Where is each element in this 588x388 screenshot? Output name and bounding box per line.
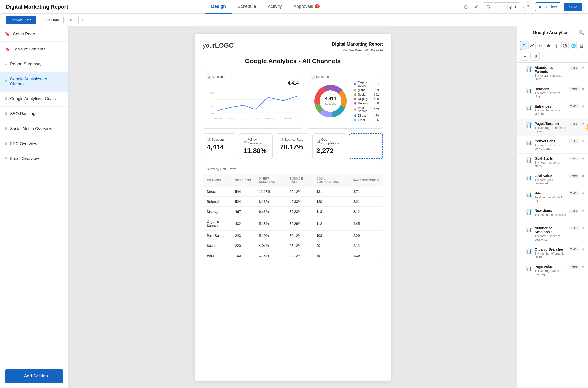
widget-entrances: ⠿ 📊 Entrances The number of time visitor… — [517, 101, 588, 119]
sidebar-item-all-channels[interactable]: ⠿ Google Analytics - All Channels — [0, 72, 68, 92]
widget-hash-button[interactable]: # — [582, 247, 584, 252]
sidebar-item-email[interactable]: ⠿ Email Overview — [0, 151, 68, 166]
table-row: Direct54412.18%56.12%1313.71 — [203, 187, 383, 197]
widget-list: ⠿ 📊 Abandoned Funnels The overall number… — [517, 63, 588, 388]
drag-icon[interactable]: ⠿ — [521, 265, 524, 269]
widget-type-map[interactable]: 🌐 — [570, 41, 577, 50]
sidebar-item-toc[interactable]: 🔖 Table of Contents — [0, 42, 68, 57]
widget-info: Organic Searches The number of organic s… — [535, 247, 566, 259]
svg-text:May 2022: May 2022 — [266, 118, 275, 120]
widget-new-users: ⠿ 📊 New Users The number of sessions m..… — [517, 206, 588, 223]
tab-approvals[interactable]: Approvals 3 — [288, 0, 326, 14]
drag-icon[interactable]: ⠿ — [521, 140, 524, 144]
sidebar-item-goals[interactable]: ⠿ Google Analytics - Goals — [0, 92, 68, 107]
drag-icon[interactable]: ⠿ — [521, 227, 524, 230]
widget-type-line[interactable] — [528, 41, 536, 50]
widget-hash-button[interactable]: # — [582, 122, 584, 126]
add-section-button[interactable]: + Add Section — [5, 369, 63, 383]
drag-icon[interactable]: ⠿ — [521, 122, 524, 126]
col-new-sessions: %NEW SESSIONS — [255, 174, 286, 187]
widget-info: Goal Value The total value generated — [535, 174, 566, 185]
widget-conversions: ⠿ 📊 Conversions The total number of conv… — [517, 136, 588, 154]
close-button[interactable]: ✕ — [473, 2, 480, 11]
svg-text:Mar 2022: Mar 2022 — [240, 118, 248, 120]
widget-hash-button[interactable]: # — [582, 191, 584, 196]
app-title: Digital Marketing Report — [6, 4, 68, 10]
date-range-button[interactable]: 📅 Last 30 days ▾ — [483, 2, 520, 11]
line-chart-label: 📊 Sessions — [207, 75, 299, 79]
widget-type-area[interactable] — [537, 41, 544, 50]
widget-hash-button[interactable]: # — [582, 265, 584, 269]
sidebar-item-seo[interactable]: ⠿ SEO Rankings — [0, 107, 68, 121]
sidebar-item-cover[interactable]: 🔖 Cover Page — [0, 26, 68, 42]
drag-handle-icon: ⠿ — [5, 97, 7, 101]
widget-hash-button[interactable]: # — [582, 139, 584, 144]
play-icon: ▶ — [539, 5, 542, 9]
preview-button[interactable]: ▶ Preview — [535, 2, 561, 11]
table-row: Paid Search2435.10%30.12%1082.29 — [203, 231, 383, 241]
svg-text:1,500: 1,500 — [209, 98, 214, 101]
approvals-badge: 3 — [315, 4, 320, 8]
chart-icon: 📊 — [526, 122, 532, 128]
drag-handle-icon: ⠿ — [5, 142, 7, 146]
report-info: Digital Marketing Report Jan 01, 2022 - … — [332, 42, 383, 51]
drag-handle-icon: ⠿ — [5, 112, 7, 116]
tab-design[interactable]: Design — [205, 0, 232, 14]
tab-activity[interactable]: Activity — [262, 0, 288, 14]
widget-type-pie[interactable] — [561, 41, 569, 50]
stat-new-sessions: 📊 %New Sessions 11.80% — [239, 133, 273, 159]
share-button[interactable]: ⬡ — [463, 2, 470, 11]
col-pages-session: PAGES/SESSION — [349, 174, 383, 187]
widget-type-bar[interactable] — [545, 41, 552, 50]
drag-icon[interactable]: ⠿ — [521, 192, 524, 196]
panel-back-button[interactable]: ‹ — [521, 30, 523, 35]
drag-icon[interactable]: ⠿ — [521, 174, 524, 178]
col-sessions: SESSIONS — [231, 174, 255, 187]
widget-type-heatmap[interactable]: ▦ — [578, 41, 585, 50]
drag-handle-icon: ⠿ — [5, 80, 7, 83]
widget-bounces: ⠿ 📊 Bounces The total number of single..… — [517, 84, 588, 101]
svg-rect-24 — [547, 45, 548, 47]
drag-icon[interactable]: ⠿ — [521, 105, 524, 109]
widget-info: Bounces The total number of single.. — [535, 87, 566, 98]
widget-hash-button[interactable]: # — [582, 66, 584, 70]
help-button[interactable]: ? — [523, 2, 532, 11]
chart-icon: 📊 — [526, 174, 532, 180]
top-bar-right: ⬡ ✕ 📅 Last 30 days ▾ ? ▶ Preview Save — [463, 2, 582, 11]
sidebar: 🔖 Cover Page 🔖 Table of Contents ⠿ Repor… — [0, 26, 69, 388]
drag-icon[interactable]: ⠿ — [521, 248, 524, 252]
drag-icon[interactable]: ⠿ — [521, 66, 524, 70]
drag-icon[interactable]: ⠿ — [521, 157, 524, 161]
widget-hash-button[interactable]: # — [582, 104, 584, 109]
save-button[interactable]: Save — [564, 3, 582, 11]
widget-type-gauge[interactable]: ◎ — [553, 41, 561, 50]
widget-type-table[interactable]: ⊞ — [530, 51, 540, 61]
drag-handle-icon: ⠿ — [5, 127, 7, 131]
svg-text:Jun 2022: Jun 2022 — [284, 118, 292, 120]
sample-data-button[interactable]: Sample Data — [6, 16, 36, 24]
widget-hash-button[interactable]: # — [582, 209, 584, 213]
widget-type-number[interactable]: # — [520, 41, 527, 50]
widget-hash-button[interactable]: # — [582, 157, 584, 161]
drag-icon[interactable]: ⠿ — [521, 87, 524, 91]
sidebar-item-ppc[interactable]: ⠿ PPC Overview — [0, 136, 68, 151]
redo-button[interactable]: ↻ — [78, 16, 87, 24]
tab-schedule[interactable]: Schedule — [232, 0, 262, 14]
undo-button[interactable]: ↺ — [67, 16, 75, 24]
live-data-button[interactable]: Live Data — [39, 16, 64, 24]
table: CHANNEL SESSIONS %NEW SESSIONS BOUNCE RA… — [203, 174, 383, 261]
drag-icon[interactable]: ⠿ — [521, 209, 524, 213]
widget-hash-button[interactable]: # — [582, 174, 584, 178]
svg-text:500: 500 — [210, 112, 214, 114]
report-page: yourLOGO™ Digital Marketing Report Jan 0… — [195, 34, 391, 381]
sidebar-item-social[interactable]: ⠿ Social Media Overview — [0, 121, 68, 136]
widget-hash-button[interactable]: # — [582, 226, 584, 230]
report-date: Jan 01, 2022 - Jun 30, 2022 — [332, 48, 383, 51]
sidebar-item-report-summary[interactable]: ⠿ Report Summary — [0, 57, 68, 72]
top-bar-nav: Design Schedule Activity Approvals 3 — [205, 0, 326, 14]
panel-search-button[interactable]: 🔍 — [579, 30, 584, 35]
widget-hits: ⠿ 📊 Hits Total number of hits for this..… — [517, 188, 588, 206]
widget-hash-button[interactable]: # — [582, 87, 584, 91]
line-chart-card: 📊 Sessions 4,414 2000 1,500 — [203, 71, 303, 129]
widget-type-funnel[interactable]: ≡ — [520, 51, 529, 61]
